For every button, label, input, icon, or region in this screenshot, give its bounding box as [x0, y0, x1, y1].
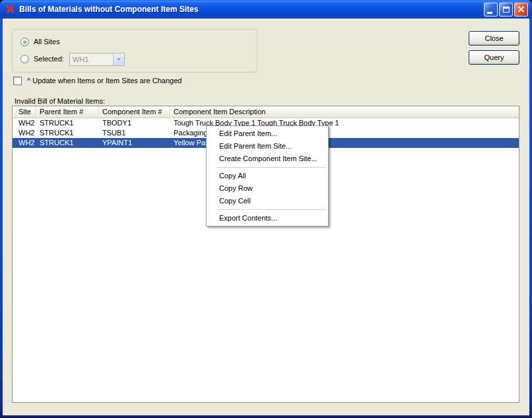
column-header-description[interactable]: Component Item Description [170, 106, 519, 118]
column-header-component-item[interactable]: Component Item # [99, 106, 170, 118]
site-combobox: WH1 [69, 53, 125, 66]
menu-separator [217, 167, 326, 168]
cell-parent-item: STRUCK1 [36, 118, 99, 128]
cell-parent-item: STRUCK1 [36, 128, 99, 138]
table-header: Site Parent Item # Component Item # Comp… [13, 106, 519, 118]
window-title: Bills of Materials without Component Ite… [19, 5, 482, 14]
cell-component-item: TSUB1 [99, 128, 170, 138]
minimize-icon [487, 12, 492, 14]
cell-component-item: YPAINT1 [99, 138, 170, 148]
app-icon [5, 5, 15, 15]
selected-label: Selected: [34, 53, 64, 65]
cell-component-item: TBODY1 [99, 118, 170, 128]
menu-item-copy-all[interactable]: Copy All [207, 170, 328, 182]
combobox-arrow-button [113, 53, 124, 65]
column-header-site[interactable]: Site [13, 106, 36, 118]
maximize-button[interactable] [499, 3, 513, 17]
update-checkbox[interactable] [13, 77, 22, 85]
menu-item-edit-parent-item-site[interactable]: Edit Parent Item Site... [207, 140, 328, 153]
selected-radio[interactable] [20, 55, 29, 63]
menu-item-edit-parent-item[interactable]: Edit Parent Item... [207, 127, 328, 140]
cell-site: WH2 [13, 128, 36, 138]
close-button[interactable]: Close [469, 31, 519, 46]
site-combobox-value: WH1 [70, 53, 113, 65]
menu-item-create-component-item-site[interactable]: Create Component Item Site... [207, 153, 328, 165]
titlebar: Bills of Materials without Component Ite… [0, 0, 532, 18]
column-header-parent-item[interactable]: Parent Item # [36, 106, 99, 118]
menu-item-export-contents[interactable]: Export Contents... [207, 212, 328, 225]
window: Bills of Materials without Component Ite… [0, 0, 532, 418]
update-checkbox-label: ^ Update when Items or Item Sites are Ch… [27, 75, 182, 87]
minimize-button[interactable] [484, 3, 498, 17]
all-sites-label: All Sites [34, 36, 60, 48]
maximize-icon [503, 7, 510, 13]
cell-parent-item: STRUCK1 [36, 138, 99, 148]
menu-separator [217, 209, 326, 210]
client-area: All Sites Selected: WH1 Close Query ^ Up… [3, 18, 529, 415]
chevron-down-icon [117, 58, 121, 61]
close-icon [517, 5, 525, 14]
cell-site: WH2 [13, 138, 36, 148]
titlebar-close-button[interactable] [514, 3, 528, 17]
query-button[interactable]: Query [469, 50, 519, 65]
all-sites-radio[interactable] [20, 38, 29, 46]
menu-item-copy-row[interactable]: Copy Row [207, 182, 328, 195]
context-menu: Edit Parent Item... Edit Parent Item Sit… [206, 125, 329, 226]
menu-item-copy-cell[interactable]: Copy Cell [207, 195, 328, 207]
cell-site: WH2 [13, 118, 36, 128]
